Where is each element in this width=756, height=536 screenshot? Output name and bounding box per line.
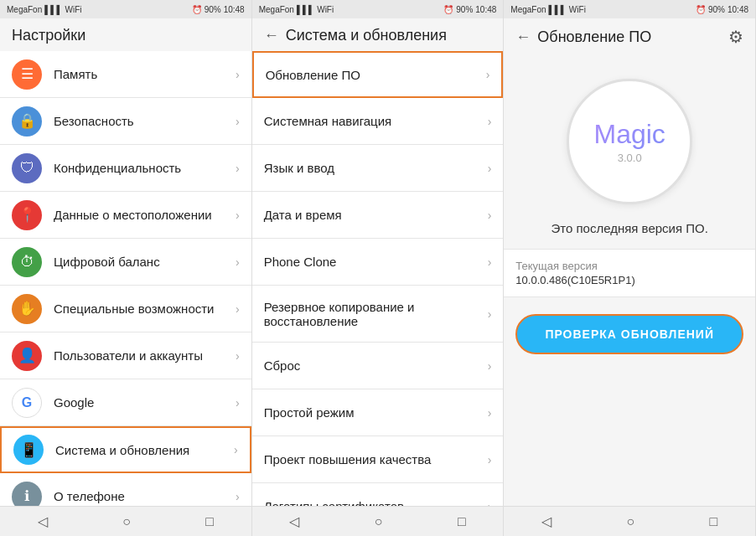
system-item-backup[interactable]: Резервное копирование и восстановление › [252,286,504,343]
magic-text: Magic [593,119,665,150]
backup-label: Резервное копирование и восстановление [264,300,488,328]
battery-2: 90% [456,5,473,14]
time-3: 10:48 [728,5,748,14]
security-label: Безопасность [54,114,236,128]
about-arrow: › [236,490,240,503]
settings-item-about[interactable]: ℹ О телефоне › [0,473,251,506]
version-label: Текущая версия [515,260,743,272]
back-arrow-system[interactable]: ← [264,27,279,44]
settings-item-location[interactable]: 📍 Данные о местоположении › [0,192,251,239]
accessibility-arrow: › [236,302,240,316]
system-item-update[interactable]: Обновление ПО › [252,51,504,98]
system-panel: MegaFon ▌▌▌ WiFi ⏰ 90% 10:48 ← Система и… [252,0,505,536]
update-title-row: ← Обновление ПО [515,28,651,46]
signal-1: ▌▌▌ [44,5,62,14]
system-label: Система и обновления [55,443,234,457]
settings-item-system[interactable]: 📱 Система и обновления › [0,426,251,473]
settings-header: Настройки [0,18,251,51]
system-item-clone[interactable]: Phone Clone › [252,239,504,286]
system-item-certs[interactable]: Логотипы сертификатов › [252,483,504,506]
system-menu-list: Обновление ПО › Системная навигация › Яз… [252,51,504,506]
magic-version: 3.0.0 [618,152,642,164]
system-item-simple[interactable]: Простой режим › [252,389,504,436]
settings-item-google[interactable]: G Google › [0,379,251,426]
back-arrow-update[interactable]: ← [515,28,531,46]
gear-icon[interactable]: ⚙ [728,27,743,47]
settings-item-privacy[interactable]: 🛡 Конфиденциальность › [0,145,251,192]
lang-label: Язык и ввод [264,161,488,175]
signal-2: ▌▌▌ [297,5,314,14]
status-bar-3: MegaFon ▌▌▌ WiFi ⏰ 90% 10:48 [504,0,755,18]
update-arrow: › [486,68,490,81]
system-item-reset[interactable]: Сброс › [252,343,504,389]
location-icon: 📍 [12,200,42,230]
back-btn-2[interactable]: ◁ [272,510,316,533]
carrier-1: MegaFon [7,5,42,14]
status-right-3: ⏰ 90% 10:48 [696,5,748,14]
system-title: Система и обновления [286,27,447,44]
clone-arrow: › [488,255,492,269]
system-header-row: ← Система и обновления [264,27,492,44]
settings-item-memory[interactable]: ☰ Память › [0,51,251,98]
version-row: Текущая версия 10.0.0.486(C10E5R1P1) [504,249,755,297]
settings-item-security[interactable]: 🔒 Безопасность › [0,98,251,145]
update-content: Magic 3.0.0 Это последняя версия ПО. Тек… [504,54,755,506]
update-title: Обновление ПО [537,28,651,46]
update-header: ← Обновление ПО ⚙ [504,18,755,54]
settings-item-digital[interactable]: ⏱ Цифровой баланс › [0,239,251,286]
security-icon: 🔒 [12,106,42,137]
google-arrow: › [236,396,240,410]
settings-menu-list: ☰ Память › 🔒 Безопасность › 🛡 Конфиденци… [0,51,251,506]
settings-item-accessibility[interactable]: ✋ Специальные возможности › [0,286,251,332]
datetime-arrow: › [488,209,492,222]
settings-item-users[interactable]: 👤 Пользователи и аккаунты › [0,332,251,379]
reset-arrow: › [488,359,492,373]
home-btn-1[interactable]: ○ [106,511,148,533]
settings-panel: MegaFon ▌▌▌ WiFi ⏰ 90% 10:48 Настройки ☰… [0,0,252,536]
clone-label: Phone Clone [264,255,488,269]
status-right-2: ⏰ 90% 10:48 [443,5,496,14]
accessibility-icon: ✋ [12,294,42,324]
simple-label: Простой режим [264,405,488,420]
users-arrow: › [236,349,240,363]
time-2: 10:48 [475,5,496,14]
home-btn-3[interactable]: ○ [610,511,652,533]
digital-icon: ⏱ [12,247,42,277]
system-item-datetime[interactable]: Дата и время › [252,192,504,239]
system-item-nav[interactable]: Системная навигация › [252,98,504,145]
privacy-label: Конфиденциальность [54,161,236,175]
system-item-lang[interactable]: Язык и ввод › [252,145,504,192]
alarm-icon-2: ⏰ [443,5,453,14]
check-update-button[interactable]: ПРОВЕРКА ОБНОВЛЕНИЙ [515,314,743,354]
security-arrow: › [236,115,240,128]
carrier-2: MegaFon [259,5,294,14]
memory-label: Память [54,67,236,81]
certs-arrow: › [488,500,492,507]
bottom-nav-3: ◁ ○ □ [504,506,755,536]
back-btn-3[interactable]: ◁ [525,510,568,533]
sys-nav-arrow: › [488,115,492,128]
status-right-1: ⏰ 90% 10:48 [192,5,245,14]
recent-btn-3[interactable]: □ [693,511,735,533]
system-item-quality[interactable]: Проект повышения качества › [252,436,504,483]
recent-btn-2[interactable]: □ [441,511,483,533]
quality-arrow: › [488,453,492,466]
battery-1: 90% [205,5,221,14]
home-btn-2[interactable]: ○ [358,511,400,533]
users-label: Пользователи и аккаунты [54,348,236,363]
google-label: Google [54,395,236,410]
settings-title: Настройки [12,27,240,44]
memory-arrow: › [236,68,240,81]
status-left-2: MegaFon ▌▌▌ WiFi [259,5,334,14]
status-bar-1: MegaFon ▌▌▌ WiFi ⏰ 90% 10:48 [0,0,251,18]
back-btn-1[interactable]: ◁ [21,510,65,533]
bottom-nav-2: ◁ ○ □ [252,506,504,536]
reset-label: Сброс [264,358,488,373]
battery-3: 90% [708,5,725,14]
system-arrow: › [234,443,238,456]
accessibility-label: Специальные возможности [54,302,236,316]
version-value: 10.0.0.486(C10E5R1P1) [515,274,743,286]
lang-arrow: › [488,162,492,175]
privacy-icon: 🛡 [12,153,42,183]
recent-btn-1[interactable]: □ [189,511,230,533]
